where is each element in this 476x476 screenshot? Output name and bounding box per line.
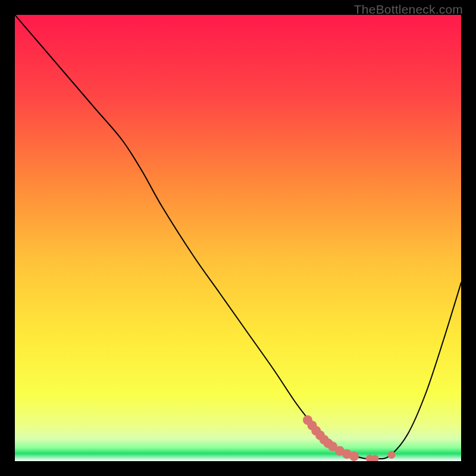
plot-area	[15, 15, 461, 461]
marker-dot	[349, 452, 359, 461]
gradient-background	[15, 15, 461, 461]
marker-dot	[388, 451, 396, 459]
chart-svg	[15, 15, 461, 461]
chart-frame: TheBottleneck.com	[0, 0, 476, 476]
